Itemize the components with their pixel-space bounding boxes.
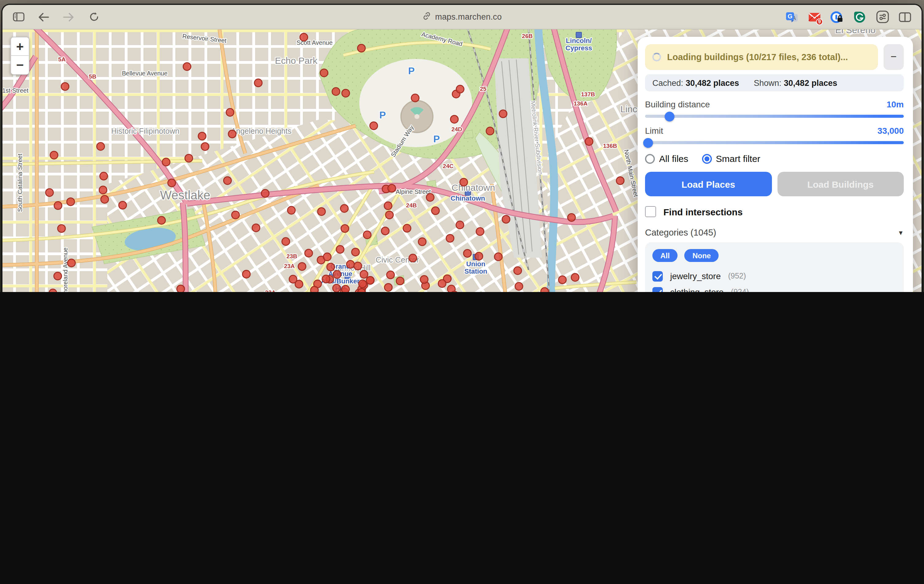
map-marker[interactable] <box>100 172 107 180</box>
map-marker[interactable] <box>223 177 231 184</box>
map-marker[interactable] <box>541 288 548 292</box>
map-marker[interactable] <box>185 154 193 162</box>
map-marker[interactable] <box>228 130 236 138</box>
map-marker[interactable] <box>386 271 394 279</box>
map-marker[interactable] <box>289 275 297 283</box>
map-marker[interactable] <box>370 122 377 129</box>
map-marker[interactable] <box>101 195 109 203</box>
map-marker[interactable] <box>515 283 523 290</box>
extensions-settings-icon[interactable] <box>876 10 889 24</box>
map-marker[interactable] <box>252 224 260 232</box>
map-marker[interactable] <box>58 225 65 232</box>
map-marker[interactable] <box>243 270 250 278</box>
map-marker[interactable] <box>359 280 366 288</box>
map-marker[interactable] <box>438 280 446 288</box>
map-marker[interactable] <box>332 88 340 95</box>
map-marker[interactable] <box>320 69 328 77</box>
map-marker[interactable] <box>456 221 464 229</box>
map-marker[interactable] <box>254 79 262 87</box>
map-marker[interactable] <box>201 142 209 150</box>
map-marker[interactable] <box>300 33 307 41</box>
map-marker[interactable] <box>198 132 206 140</box>
map-marker[interactable] <box>419 238 426 246</box>
map-marker[interactable] <box>456 85 464 93</box>
map-marker[interactable] <box>232 211 239 219</box>
map-marker[interactable] <box>426 194 434 201</box>
reload-icon[interactable] <box>86 10 101 24</box>
map-marker[interactable] <box>358 289 365 292</box>
map-marker[interactable] <box>287 207 295 214</box>
map-marker[interactable] <box>386 211 393 219</box>
zoom-in-button[interactable]: + <box>11 37 29 56</box>
map-marker[interactable] <box>514 267 521 275</box>
map-marker[interactable] <box>476 228 484 235</box>
map-marker[interactable] <box>346 260 354 268</box>
find-intersections-checkbox[interactable] <box>645 206 656 217</box>
map-marker[interactable] <box>360 271 368 278</box>
map-marker[interactable] <box>559 276 566 284</box>
map-marker[interactable] <box>298 263 306 270</box>
map-marker[interactable] <box>420 276 428 283</box>
map-marker[interactable] <box>450 115 458 123</box>
map-marker[interactable] <box>97 142 104 150</box>
map-marker[interactable] <box>327 263 335 271</box>
limit-slider-thumb[interactable] <box>643 138 653 147</box>
map-marker[interactable] <box>388 184 396 192</box>
map-marker[interactable] <box>341 225 348 232</box>
map-marker[interactable] <box>333 285 340 292</box>
map-marker[interactable] <box>358 44 365 52</box>
map-marker[interactable] <box>310 286 318 292</box>
map-marker[interactable] <box>305 249 312 257</box>
map-marker[interactable] <box>282 238 290 245</box>
sidebar-toggle-icon[interactable] <box>11 10 26 24</box>
map-marker[interactable] <box>616 177 624 184</box>
map-marker[interactable] <box>183 63 191 70</box>
map-marker[interactable] <box>446 234 454 242</box>
map-marker[interactable] <box>336 245 344 253</box>
gmail-extension-icon[interactable]: 9 <box>807 10 821 24</box>
map-marker[interactable] <box>486 127 494 135</box>
map-marker[interactable] <box>54 202 62 210</box>
map-marker[interactable] <box>475 252 483 260</box>
map-marker[interactable] <box>342 89 350 97</box>
map-marker[interactable] <box>318 208 325 215</box>
forward-icon[interactable] <box>61 10 76 24</box>
map-marker[interactable] <box>261 190 269 197</box>
map-marker[interactable] <box>363 231 371 239</box>
map-marker[interactable] <box>119 201 126 209</box>
map-marker[interactable] <box>46 189 53 196</box>
map-marker[interactable] <box>411 94 419 102</box>
map-marker[interactable] <box>322 275 330 283</box>
map-marker[interactable] <box>162 158 170 166</box>
map-marker[interactable] <box>168 179 175 187</box>
panel-collapse-button[interactable]: − <box>884 44 904 70</box>
map-marker[interactable] <box>67 198 74 205</box>
map-marker[interactable] <box>403 225 411 232</box>
map-marker[interactable] <box>495 253 502 261</box>
translate-extension-icon[interactable]: AG <box>785 10 798 24</box>
map-marker[interactable] <box>341 205 348 212</box>
map-marker[interactable] <box>464 249 471 257</box>
map-marker[interactable] <box>396 277 404 285</box>
select-none-button[interactable]: None <box>685 249 719 262</box>
map-marker[interactable] <box>351 248 359 256</box>
map-marker[interactable] <box>502 215 510 223</box>
select-all-button[interactable]: All <box>652 249 678 262</box>
category-checkbox[interactable] <box>652 271 663 281</box>
limit-slider[interactable] <box>645 141 904 144</box>
map-marker[interactable] <box>384 283 392 291</box>
zoom-out-button[interactable]: − <box>11 56 29 74</box>
radio-all-files[interactable]: All files <box>645 153 688 164</box>
categories-collapse-icon[interactable]: ▼ <box>898 229 904 236</box>
category-checkbox[interactable] <box>652 287 663 292</box>
map-marker[interactable] <box>158 217 165 224</box>
map-marker[interactable] <box>177 285 185 292</box>
map-marker[interactable] <box>432 207 439 214</box>
grammarly-extension-icon[interactable] <box>853 10 866 24</box>
password-manager-icon[interactable] <box>830 10 844 24</box>
map-marker[interactable] <box>68 259 75 267</box>
map-marker[interactable] <box>354 262 362 270</box>
map-marker[interactable] <box>61 83 69 90</box>
split-view-icon[interactable] <box>898 10 912 24</box>
address-bar[interactable]: maps.marchen.co <box>435 12 502 22</box>
